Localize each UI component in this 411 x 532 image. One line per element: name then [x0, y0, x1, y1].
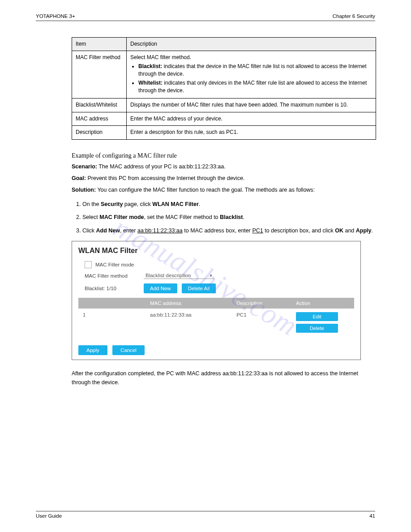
step-bold: Apply	[356, 227, 372, 234]
bullet-text: indicates that only devices in the MAC f…	[138, 80, 367, 94]
page-footer: User Guide 41	[36, 511, 375, 519]
step-item: Click Add New, enter aa:bb:11:22:33:aa t…	[82, 226, 387, 236]
th-index	[78, 298, 146, 309]
th-desc: Description	[232, 298, 291, 309]
add-new-button[interactable]: Add New	[144, 283, 177, 293]
mac-filter-method-label: MAC Filter method	[85, 273, 144, 279]
step-text: .	[372, 227, 373, 234]
result-paragraph: After the configuration completed, the P…	[72, 369, 376, 387]
solution-label: Solution:	[72, 187, 96, 193]
apply-button[interactable]: Apply	[78, 345, 107, 355]
page-header: YOTAPHONE 3+ Chapter 6 Security	[36, 13, 375, 21]
table-row: Description Enter a description for this…	[72, 126, 376, 139]
blacklist-count-label: Blacklist: 1/10	[85, 286, 144, 291]
bullet: Whitelist: indicates that only devices i…	[138, 79, 372, 95]
step-text: Select	[82, 214, 99, 220]
step-item: Select MAC Filter mode, set the MAC Filt…	[82, 213, 387, 222]
step-text: , set the MAC Filter method to	[144, 214, 220, 220]
row-desc: Select MAC filter method. Blacklist: ind…	[127, 51, 376, 99]
delete-button[interactable]: Delete	[296, 324, 338, 333]
embedded-screenshot: WLAN MAC Filter MAC Filter mode MAC Filt…	[72, 241, 361, 360]
cancel-button[interactable]: Cancel	[112, 345, 145, 355]
bullet-text: indicates that the device in the MAC fil…	[138, 63, 367, 77]
row-label: MAC address	[72, 112, 127, 125]
step-text: .	[199, 201, 200, 207]
step-bold: Blacklist	[220, 214, 243, 220]
table-row: MAC address Enter the MAC address of you…	[72, 112, 376, 125]
scenario-label: Scenario:	[72, 163, 97, 170]
desc-intro: Select MAC filter method.	[130, 54, 372, 61]
delete-all-button[interactable]: Delete All	[182, 283, 216, 293]
list-row: 1 aa:bb:11:22:33:aa PC1 Edit Delete	[78, 309, 354, 339]
th-description: Description	[127, 38, 376, 51]
step-underline: aa:bb:11:22:33:aa	[137, 227, 183, 234]
example-heading: Example of configuring a MAC filter rule	[72, 152, 375, 159]
select-value: Blacklist description	[146, 273, 191, 278]
mac-filter-mode-checkbox[interactable]	[85, 261, 92, 268]
step-bold: Add New	[96, 227, 120, 234]
th-item: Item	[72, 38, 127, 51]
step-text: Click	[82, 227, 96, 234]
step-text: and	[343, 227, 356, 234]
bullet-bold: Whitelist:	[138, 80, 163, 86]
mac-filter-list-table: MAC address Description Action 1 aa:bb:1…	[78, 298, 354, 339]
step-bold: Security	[101, 201, 123, 207]
header-right: Chapter 6 Security	[333, 13, 375, 19]
cell-index: 1	[78, 309, 146, 339]
mac-filter-mode-label: MAC Filter mode	[95, 262, 134, 267]
row-desc: Displays the number of MAC filter rules …	[127, 99, 376, 112]
step-text: On the	[82, 201, 101, 207]
step-bold: MAC Filter mode	[99, 214, 144, 220]
chevron-down-icon: ▼	[209, 274, 213, 278]
edit-button[interactable]: Edit	[296, 312, 338, 321]
footer-page-number: 41	[369, 513, 375, 519]
th-action: Action	[291, 298, 354, 309]
row-label: Description	[72, 126, 127, 139]
cell-mac: aa:bb:11:22:33:aa	[146, 309, 232, 339]
steps-list: On the Security page, click WLAN MAC Fil…	[72, 200, 387, 236]
footer-left: User Guide	[36, 513, 62, 519]
panel-title: WLAN MAC Filter	[78, 247, 354, 255]
step-bold: OK	[335, 227, 343, 234]
step-text: to description box, and click	[263, 227, 335, 234]
row-label: MAC Filter method	[72, 51, 127, 99]
bullet-bold: Blacklist:	[138, 63, 162, 69]
row-label: Blacklist/Whitelist	[72, 99, 127, 112]
step-bold: WLAN MAC Filter	[152, 201, 198, 207]
mac-filter-method-select[interactable]: Blacklist description ▼	[144, 273, 214, 279]
step-text: page, click	[123, 201, 152, 207]
row-desc: Enter a description for this rule, such …	[127, 126, 376, 139]
bullet: Blacklist: indicates that the device in …	[138, 63, 372, 78]
goal-text: Prevent this PC from accessing the Inter…	[86, 175, 244, 181]
step-item: On the Security page, click WLAN MAC Fil…	[82, 200, 387, 209]
table-row: MAC Filter method Select MAC filter meth…	[72, 51, 376, 99]
table-row: Blacklist/Whitelist Displays the number …	[72, 99, 376, 112]
step-text: , enter	[120, 227, 137, 234]
step-text: .	[243, 214, 244, 220]
row-desc: Enter the MAC address of your device.	[127, 112, 376, 125]
step-underline: PC1	[252, 227, 263, 234]
scenario-text: The MAC address of your PC is aa:bb:11:2…	[97, 163, 226, 170]
solution-text: You can configure the MAC filter functio…	[96, 187, 315, 193]
goal-label: Goal:	[72, 175, 86, 181]
th-mac: MAC address	[146, 298, 232, 309]
step-text: to MAC address box, enter	[183, 227, 253, 234]
header-left: YOTAPHONE 3+	[36, 13, 75, 19]
parameter-table: Item Description MAC Filter method Selec…	[72, 37, 376, 140]
cell-desc: PC1	[232, 309, 291, 339]
